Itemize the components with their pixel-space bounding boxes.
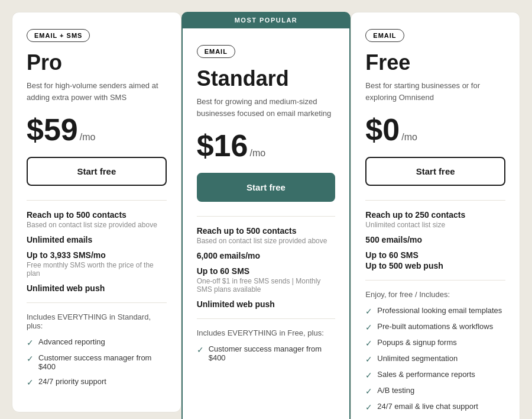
list-item-text: 24/7 priority support [38,377,106,386]
list-item-text: A/B testing [377,386,414,395]
cta-button-free[interactable]: Start free [365,157,505,186]
featured-wrapper: MOST POPULAR EMAIL Standard Best for gro… [181,12,351,419]
divider-pro [27,200,167,201]
list-item-text: Professional looking email templates [377,306,502,315]
push-line-free: Up to 500 web push [365,261,505,270]
contacts-sub-pro: Based on contact list size provided abov… [27,221,167,229]
divider-standard [197,216,336,217]
plan-price-free: $0 /mo [365,114,505,145]
contacts-sub-standard: Based on contact list size provided abov… [197,237,336,245]
list-item: ✓ Unlimited segmentation [365,354,505,364]
check-icon: ✓ [365,402,372,412]
sms-line-standard: Up to 60 SMS [197,266,336,276]
divider2-pro [27,302,167,303]
push-line-standard: Unlimited web push [197,299,336,309]
price-period-free: /mo [401,132,417,143]
sms-sub-standard: One-off $1 in free SMS sends | Monthly S… [197,277,336,294]
features-section-free: Reach up to 250 contacts Unlimited conta… [365,210,505,270]
plan-desc-free: Best for starting businesses or for expl… [365,80,505,104]
list-item-text: Pre-built automations & workflows [377,322,493,331]
divider-free [365,200,505,201]
list-item: ✓ Professional looking email templates [365,306,505,316]
check-icon: ✓ [27,338,34,347]
features-section-pro: Reach up to 500 contacts Based on contac… [27,210,167,293]
list-item: ✓ 24/7 email & live chat support [365,402,505,412]
list-item-text: Sales & performance reports [377,370,475,379]
list-item: ✓ Advanced reporting [27,337,167,347]
check-icon: ✓ [27,354,34,363]
list-item: ✓ 24/7 priority support [27,377,167,387]
check-icon: ✓ [365,354,372,364]
list-item-text: Customer success manager from $400 [209,344,336,362]
includes-label-pro: Includes EVERYTHING in Standard, plus: [27,312,167,330]
push-line-pro: Unlimited web push [27,283,167,293]
sms-line-pro: Up to 3,933 SMS/mo [27,250,167,260]
email-line-pro: Unlimited emails [27,235,167,244]
cta-button-pro[interactable]: Start free [27,157,167,186]
check-icon: ✓ [365,370,372,380]
contacts-title-standard: Reach up to 500 contacts [197,226,336,236]
email-line-free: 500 emails/mo [365,235,505,244]
contacts-sub-free: Unlimited contact list size [365,221,505,229]
plan-desc-pro: Best for high-volume senders aimed at ad… [27,80,167,104]
email-line-standard: 6,000 emails/mo [197,251,336,260]
list-item: ✓ Customer success manager from $400 [27,353,167,371]
list-item-text: 24/7 email & live chat support [377,402,478,411]
plan-card-pro: EMAIL + SMS Pro Best for high-volume sen… [12,12,181,412]
list-item-text: Customer success manager from $400 [38,353,167,371]
check-icon: ✓ [365,307,372,316]
list-item: ✓ A/B testing [365,386,505,396]
plan-card-standard: EMAIL Standard Best for growing and medi… [181,28,351,419]
plan-badge-pro: EMAIL + SMS [27,29,90,42]
list-item: ✓ Sales & performance reports [365,370,505,380]
check-icon: ✓ [365,386,372,396]
contacts-title-free: Reach up to 250 contacts [365,210,505,220]
price-period-standard: /mo [249,148,265,159]
list-item: ✓ Pre-built automations & workflows [365,322,505,332]
checklist-pro: ✓ Advanced reporting ✓ Customer success … [27,337,167,387]
check-icon: ✓ [197,345,204,354]
plan-desc-standard: Best for growing and medium-sized busine… [197,96,336,120]
price-amount-pro: $59 [27,114,78,145]
check-icon: ✓ [365,323,372,332]
checklist-free: ✓ Professional looking email templates ✓… [365,306,505,412]
plan-card-free: EMAIL Free Best for starting businesses … [351,12,520,419]
check-icon: ✓ [365,339,372,348]
plan-badge-standard: EMAIL [197,45,235,58]
check-icon: ✓ [27,378,34,387]
cta-button-standard[interactable]: Start free [197,173,336,202]
list-item: ✓ Customer success manager from $400 [197,344,336,362]
plan-name-standard: Standard [197,66,336,91]
contacts-title-pro: Reach up to 500 contacts [27,210,167,220]
list-item-text: Advanced reporting [38,337,105,346]
plan-price-standard: $16 /mo [197,130,336,161]
sms-line-free: Up to 60 SMS [365,250,505,260]
list-item: ✓ Popups & signup forms [365,338,505,348]
plan-name-pro: Pro [27,50,167,75]
pricing-container: EMAIL + SMS Pro Best for high-volume sen… [12,12,520,419]
features-section-standard: Reach up to 500 contacts Based on contac… [197,226,336,309]
list-item-text: Unlimited segmentation [377,354,458,363]
plan-badge-free: EMAIL [365,29,404,42]
price-period-pro: /mo [80,132,96,143]
most-popular-banner: MOST POPULAR [181,12,351,28]
price-amount-free: $0 [365,114,400,145]
plan-name-free: Free [365,50,505,75]
sms-sub-pro: Free monthly SMS worth the price of the … [27,261,167,278]
checklist-standard: ✓ Customer success manager from $400 [197,344,336,362]
list-item-text: Popups & signup forms [377,338,456,347]
includes-label-standard: Includes EVERYTHING in Free, plus: [197,328,336,337]
includes-label-free: Enjoy, for free / Includes: [365,290,505,299]
price-amount-standard: $16 [197,130,248,161]
divider2-standard [197,318,336,319]
divider2-free [365,280,505,281]
plan-price-pro: $59 /mo [27,114,167,145]
